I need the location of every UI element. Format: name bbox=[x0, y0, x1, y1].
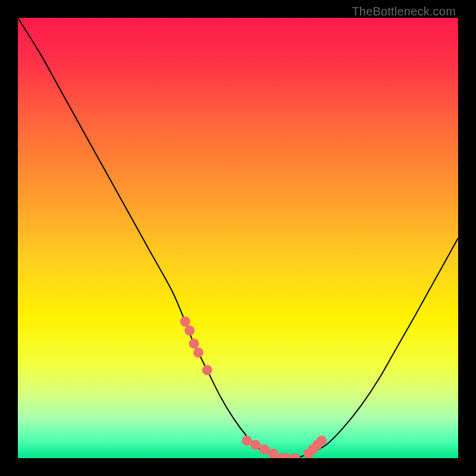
highlight-dot bbox=[250, 440, 261, 450]
highlight-dots bbox=[180, 317, 327, 458]
highlight-dot bbox=[317, 436, 327, 446]
highlight-dot bbox=[180, 317, 190, 327]
plot-area bbox=[18, 18, 458, 458]
highlight-dot bbox=[242, 436, 252, 446]
highlight-dot bbox=[202, 365, 212, 375]
highlight-dot bbox=[290, 453, 300, 459]
bottleneck-curve bbox=[18, 18, 458, 458]
curve-layer bbox=[18, 18, 458, 458]
highlight-dot bbox=[193, 347, 203, 358]
highlight-dot bbox=[268, 449, 278, 458]
highlight-dot bbox=[259, 444, 270, 455]
chart-container: TheBottleneck.com bbox=[0, 0, 476, 476]
highlight-dot bbox=[189, 339, 199, 349]
watermark-text: TheBottleneck.com bbox=[352, 5, 456, 18]
highlight-dot bbox=[184, 325, 195, 336]
